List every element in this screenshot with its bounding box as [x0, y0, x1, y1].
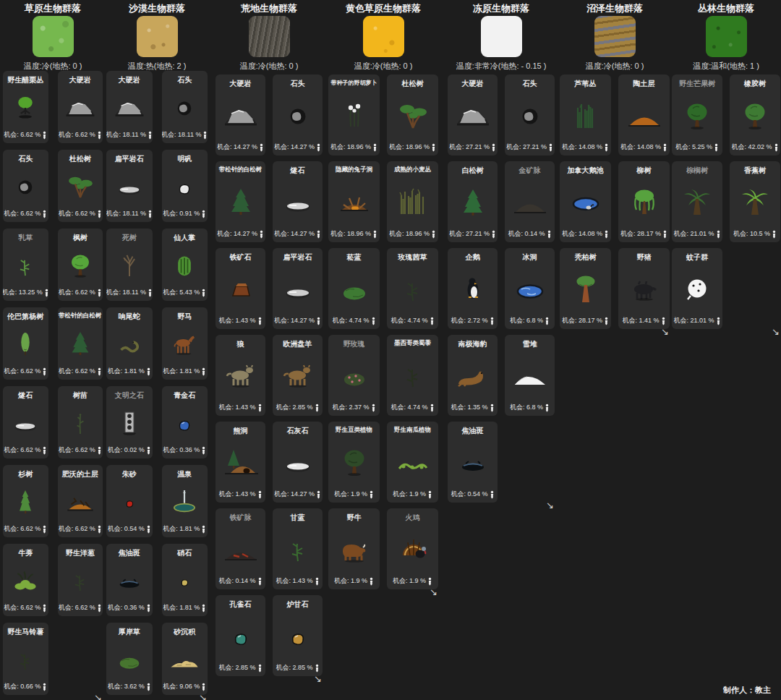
item-card[interactable]: 杉树机会: 6.62 % [3, 465, 48, 537]
item-card[interactable]: 石灰石机会: 14.27 % [273, 422, 323, 503]
resize-handle-icon[interactable]: ↘ [661, 328, 669, 336]
item-card[interactable]: 野生芒果树机会: 5.25 % [672, 74, 722, 155]
item-card[interactable]: 石头机会: 6.62 % [3, 150, 48, 222]
item-card[interactable]: 金矿脉机会: 0.14 % [505, 161, 555, 242]
item-card[interactable]: 秃柏树机会: 28.17 % [560, 248, 611, 329]
item-card[interactable]: 熊洞机会: 1.43 % [215, 422, 265, 503]
spawn-person-icon [42, 604, 47, 612]
item-card[interactable]: 加拿大鹅池机会: 14.08 % [560, 161, 611, 242]
item-card[interactable]: 香蕉树机会: 10.5 % [730, 161, 780, 242]
bison-icon [330, 523, 378, 576]
item-card[interactable]: 明矾机会: 0.91 % [162, 150, 208, 222]
item-name: 石头 [18, 154, 33, 164]
item-card[interactable]: 白松树机会: 27.21 % [448, 161, 498, 242]
resize-handle-icon[interactable]: ↘ [772, 328, 780, 336]
item-card[interactable]: 野马机会: 1.81 % [162, 307, 208, 380]
item-name: 芦苇丛 [575, 79, 597, 89]
item-card[interactable]: 焦油斑机会: 0.54 % [448, 422, 498, 503]
item-card[interactable]: 朱砂机会: 0.54 % [106, 465, 153, 537]
item-card[interactable]: 隐藏的兔子洞机会: 18.96 % [328, 161, 380, 242]
item-card[interactable]: 硝石机会: 1.81 % [162, 544, 208, 616]
item-card[interactable]: 炉甘石机会: 2.85 % [273, 595, 323, 676]
item-card[interactable]: 厚岸草机会: 3.62 % [106, 623, 153, 695]
item-card[interactable]: 带松针的白松树机会: 14.27 % [215, 161, 265, 242]
item-card[interactable]: 成熟的小麦丛机会: 18.96 % [387, 161, 438, 242]
item-card[interactable]: 焦油斑机会: 0.36 % [106, 544, 153, 616]
item-card[interactable]: 野牛机会: 1.9 % [328, 508, 380, 589]
iron-ore-icon [217, 262, 264, 316]
item-card[interactable]: 玫瑰茜草机会: 4.74 % [387, 248, 438, 329]
item-card[interactable]: 陶土层机会: 14.08 % [618, 74, 670, 155]
item-card[interactable]: 欧洲盘羊机会: 2.85 % [273, 335, 323, 416]
item-card[interactable]: 墨西哥类蜀黍机会: 4.74 % [387, 335, 438, 416]
item-card[interactable]: 肥沃的土层机会: 6.62 % [58, 465, 103, 537]
item-card[interactable]: 青金石机会: 0.36 % [162, 386, 208, 458]
item-card[interactable]: 乳草机会: 13.25 % [3, 229, 48, 301]
item-card[interactable]: 橡胶树机会: 42.02 % [730, 74, 780, 155]
maple-tree-icon [59, 243, 102, 288]
item-card[interactable]: 大硬岩机会: 14.27 % [215, 74, 265, 155]
item-card[interactable]: 菘蓝机会: 4.74 % [328, 248, 380, 329]
item-card[interactable]: 带种子的野胡萝卜机会: 18.96 % [328, 74, 380, 155]
resize-handle-icon[interactable]: ↘ [94, 693, 102, 700]
item-card[interactable]: 野生马铃薯机会: 0.66 % [3, 623, 48, 695]
item-card[interactable]: 棕榈树机会: 21.01 % [672, 161, 722, 242]
item-card[interactable]: 树苗机会: 6.62 % [58, 386, 103, 458]
item-card[interactable]: 铁矿石机会: 1.43 % [215, 248, 265, 329]
item-card[interactable]: 文明之石机会: 0.02 % [106, 386, 153, 458]
item-card[interactable]: 响尾蛇机会: 1.81 % [106, 307, 153, 380]
item-card[interactable]: 孔雀石机会: 2.85 % [215, 595, 265, 676]
item-card[interactable]: 扁平岩石机会: 18.11 % [106, 150, 153, 222]
item-card[interactable]: 带松针的白松树机会: 6.62 % [58, 307, 103, 380]
spawn-person-icon [716, 317, 721, 325]
item-card[interactable]: 雪堆机会: 6.8 % [505, 335, 555, 416]
spawn-person-icon [714, 143, 719, 152]
spawn-person-icon [201, 604, 206, 612]
item-card[interactable]: 野生南瓜植物机会: 1.9 % [387, 422, 438, 503]
item-name: 大硬岩 [119, 75, 140, 85]
spawn-person-icon [372, 143, 377, 152]
resize-handle-icon[interactable]: ↘ [199, 693, 207, 700]
item-card[interactable]: 柳树机会: 28.17 % [618, 161, 670, 242]
biome-panel-3: 荒地生物群落温度:冷(地热: 0 )大硬岩机会: 14.27 %石头机会: 14… [215, 0, 323, 683]
item-card[interactable]: 野猪机会: 1.41 % [618, 248, 670, 329]
item-card[interactable]: 杜松树机会: 18.96 % [387, 74, 438, 155]
item-card[interactable]: 杜松树机会: 6.62 % [58, 150, 103, 222]
item-card[interactable]: 砂沉积机会: 9.06 % [162, 623, 208, 695]
resize-handle-icon[interactable]: ↘ [430, 588, 438, 597]
item-card[interactable]: 南极海豹机会: 1.35 % [448, 335, 498, 416]
item-chance: 机会: 0.02 % [108, 445, 151, 455]
item-card[interactable]: 铁矿脉机会: 0.14 % [215, 508, 265, 589]
resize-handle-icon[interactable]: ↘ [314, 675, 322, 683]
item-card[interactable]: 野生醋栗丛机会: 6.62 % [3, 71, 48, 143]
item-card[interactable]: 大硬岩机会: 18.11 % [106, 71, 153, 143]
item-card[interactable]: 石头机会: 27.21 % [505, 74, 555, 155]
biome-title: 冻原生物群落 [473, 3, 529, 14]
item-card[interactable]: 燧石机会: 14.27 % [273, 161, 323, 242]
item-card[interactable]: 死树机会: 18.11 % [106, 229, 153, 301]
item-card[interactable]: 甘蓝机会: 1.43 % [273, 508, 323, 589]
item-card[interactable]: 野玫瑰机会: 2.37 % [328, 335, 380, 416]
resize-handle-icon[interactable]: ↘ [546, 501, 554, 510]
item-card[interactable]: 牛蒡机会: 6.62 % [3, 544, 48, 616]
item-card[interactable]: 枫树机会: 6.62 % [58, 229, 103, 301]
item-card[interactable]: 大硬岩机会: 27.21 % [448, 74, 498, 155]
biome-card-grid: 芦苇丛机会: 14.08 %陶土层机会: 14.08 %加拿大鹅池机会: 14.… [560, 74, 670, 329]
spawn-person-icon [42, 525, 47, 534]
item-card[interactable]: 企鹅机会: 2.72 % [448, 248, 498, 329]
item-card[interactable]: 芦苇丛机会: 14.08 % [560, 74, 611, 155]
item-card[interactable]: 石头机会: 18.11 % [162, 71, 208, 143]
item-card[interactable]: 野生洋葱机会: 6.62 % [58, 544, 103, 616]
item-card[interactable]: 仙人掌机会: 5.43 % [162, 229, 208, 301]
item-card[interactable]: 蚊子群机会: 21.01 % [672, 248, 722, 329]
item-card[interactable]: 火鸡机会: 1.9 % [387, 508, 438, 589]
item-card[interactable]: 石头机会: 14.27 % [273, 74, 323, 155]
item-card[interactable]: 狼机会: 1.43 % [215, 335, 265, 416]
item-card[interactable]: 温泉机会: 1.81 % [162, 465, 208, 537]
item-card[interactable]: 扁平岩石机会: 14.27 % [273, 248, 323, 329]
item-card[interactable]: 伦巴第杨树机会: 6.62 % [3, 307, 48, 380]
item-card[interactable]: 野生豆类植物机会: 1.9 % [328, 422, 380, 503]
item-card[interactable]: 大硬岩机会: 6.62 % [58, 71, 103, 143]
item-card[interactable]: 燧石机会: 6.62 % [3, 386, 48, 458]
item-card[interactable]: 冰洞机会: 6.8 % [505, 248, 555, 329]
